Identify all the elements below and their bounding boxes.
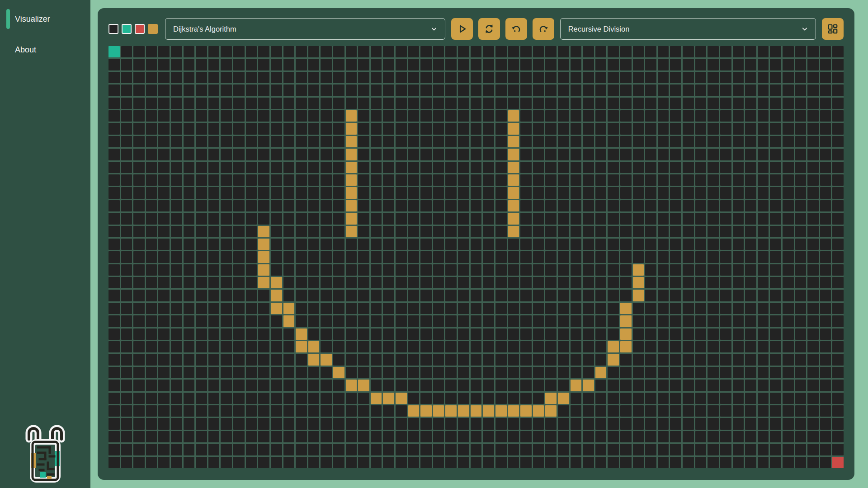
grid-cell[interactable] — [683, 162, 694, 173]
grid-cell[interactable] — [832, 431, 844, 442]
grid-cell[interactable] — [708, 251, 719, 263]
grid-cell[interactable] — [371, 405, 382, 417]
grid-cell[interactable] — [171, 341, 182, 352]
grid-cell[interactable] — [408, 277, 420, 288]
wall-cell[interactable] — [346, 187, 357, 198]
grid-cell[interactable] — [346, 303, 357, 314]
grid-cell[interactable] — [146, 187, 157, 198]
grid-cell[interactable] — [233, 123, 245, 134]
grid-cell[interactable] — [371, 380, 382, 391]
wall-cell[interactable] — [358, 380, 369, 391]
grid-cell[interactable] — [595, 315, 607, 327]
grid-cell[interactable] — [683, 136, 694, 147]
grid-cell[interactable] — [733, 213, 744, 224]
grid-cell[interactable] — [158, 200, 170, 211]
grid-cell[interactable] — [296, 251, 307, 263]
grid-cell[interactable] — [783, 303, 794, 314]
grid-cell[interactable] — [121, 239, 132, 250]
grid-cell[interactable] — [683, 187, 694, 198]
grid-cell[interactable] — [683, 277, 694, 288]
grid-cell[interactable] — [571, 328, 582, 340]
grid-cell[interactable] — [408, 162, 420, 173]
grid-cell[interactable] — [108, 72, 120, 83]
grid-cell[interactable] — [171, 393, 182, 404]
grid-cell[interactable] — [733, 72, 744, 83]
grid-cell[interactable] — [408, 431, 420, 442]
grid-cell[interactable] — [770, 380, 781, 391]
grid-cell[interactable] — [520, 303, 532, 314]
grid-cell[interactable] — [708, 315, 719, 327]
grid-cell[interactable] — [558, 277, 569, 288]
grid-cell[interactable] — [246, 174, 257, 186]
grid-cell[interactable] — [184, 354, 195, 365]
wall-cell[interactable] — [620, 341, 632, 352]
grid-cell[interactable] — [308, 110, 320, 122]
grid-cell[interactable] — [146, 226, 157, 237]
grid-cell[interactable] — [333, 457, 344, 468]
grid-cell[interactable] — [221, 200, 232, 211]
grid-cell[interactable] — [333, 46, 344, 57]
grid-cell[interactable] — [620, 110, 632, 122]
grid-cell[interactable] — [658, 84, 669, 96]
grid-cell[interactable] — [408, 72, 420, 83]
grid-cell[interactable] — [321, 110, 332, 122]
grid-cell[interactable] — [508, 444, 519, 455]
wall-cell[interactable] — [283, 303, 295, 314]
grid-cell[interactable] — [471, 393, 482, 404]
grid-cell[interactable] — [233, 226, 245, 237]
grid-cell[interactable] — [483, 341, 494, 352]
grid-cell[interactable] — [271, 200, 282, 211]
grid-cell[interactable] — [807, 239, 819, 250]
grid-cell[interactable] — [396, 277, 407, 288]
grid-cell[interactable] — [184, 187, 195, 198]
grid-cell[interactable] — [233, 46, 245, 57]
grid-cell[interactable] — [658, 290, 669, 301]
grid-cell[interactable] — [545, 59, 557, 70]
grid-cell[interactable] — [121, 328, 132, 340]
grid-cell[interactable] — [620, 46, 632, 57]
grid-cell[interactable] — [545, 239, 557, 250]
grid-cell[interactable] — [308, 251, 320, 263]
grid-cell[interactable] — [471, 354, 482, 365]
grid-cell[interactable] — [595, 110, 607, 122]
grid-cell[interactable] — [820, 444, 831, 455]
grid-cell[interactable] — [296, 405, 307, 417]
grid-cell[interactable] — [745, 72, 756, 83]
grid-cell[interactable] — [471, 59, 482, 70]
grid-cell[interactable] — [545, 277, 557, 288]
grid-cell[interactable] — [346, 393, 357, 404]
wall-cell[interactable] — [346, 149, 357, 160]
grid-cell[interactable] — [458, 84, 469, 96]
grid-cell[interactable] — [321, 315, 332, 327]
grid-cell[interactable] — [745, 277, 756, 288]
grid-cell[interactable] — [408, 226, 420, 237]
grid-cell[interactable] — [433, 174, 444, 186]
grid-cell[interactable] — [208, 174, 220, 186]
grid-cell[interactable] — [221, 367, 232, 378]
grid-cell[interactable] — [720, 149, 731, 160]
grid-cell[interactable] — [383, 354, 394, 365]
grid-cell[interactable] — [558, 213, 569, 224]
grid-cell[interactable] — [608, 290, 619, 301]
grid-cell[interactable] — [383, 405, 394, 417]
grid-cell[interactable] — [670, 213, 681, 224]
grid-cell[interactable] — [795, 264, 807, 276]
grid-cell[interactable] — [171, 72, 182, 83]
grid-cell[interactable] — [146, 84, 157, 96]
grid-cell[interactable] — [171, 354, 182, 365]
grid-cell[interactable] — [495, 303, 507, 314]
grid-cell[interactable] — [333, 277, 344, 288]
grid-cell[interactable] — [358, 72, 369, 83]
grid-cell[interactable] — [708, 84, 719, 96]
grid-cell[interactable] — [508, 367, 519, 378]
grid-cell[interactable] — [520, 444, 532, 455]
grid-cell[interactable] — [483, 380, 494, 391]
grid-cell[interactable] — [745, 187, 756, 198]
grid-cell[interactable] — [420, 341, 432, 352]
grid-cell[interactable] — [508, 457, 519, 468]
grid-cell[interactable] — [296, 123, 307, 134]
grid-cell[interactable] — [658, 431, 669, 442]
grid-cell[interactable] — [221, 405, 232, 417]
grid-cell[interactable] — [258, 405, 269, 417]
grid-cell[interactable] — [420, 136, 432, 147]
